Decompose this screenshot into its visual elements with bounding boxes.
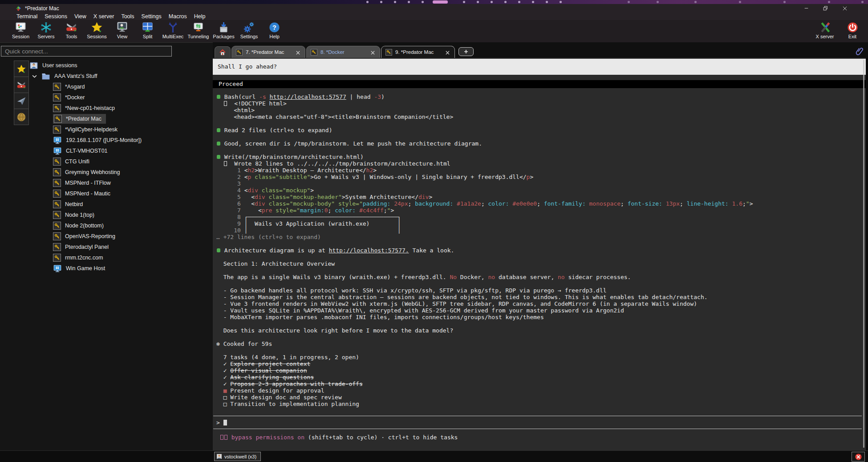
terminal-scrollbar[interactable] [863, 60, 864, 448]
permission-menu-selected-option[interactable]: Proceed [213, 80, 866, 88]
tree-session-new-cp01-heistacp[interactable]: *New-cp01-heistacp [0, 103, 213, 113]
toolbar-button-label: View [117, 34, 128, 39]
user-session-button[interactable]: vstockwell (x3) [214, 452, 261, 461]
tree-session-mspnerd-mautic[interactable]: MSPNerd - Mautic [0, 188, 213, 199]
terminal-line: 8 ┌─────────────────────────────────────… [216, 214, 862, 220]
close-session-button[interactable] [852, 452, 865, 462]
menu-item-help[interactable]: Help [191, 13, 209, 20]
tree-session-192-168-1-107-ups-monitor[interactable]: 192.168.1.107 ([UPS-Monitor]) [0, 135, 213, 146]
tree-session-node-2-bottom[interactable]: Node 2(bottom) [0, 220, 213, 231]
tree-session-ctg-unifi[interactable]: CTG Unifi [0, 156, 213, 167]
menu-item-sessions[interactable]: Sessions [41, 13, 71, 20]
key-icon [53, 126, 61, 134]
background-strip-dot [828, 1, 830, 3]
new-tab-button[interactable] [458, 47, 474, 56]
tab-8-docker[interactable]: 8. *Docker [306, 46, 380, 58]
tree-session-mspnerd-itflow[interactable]: MSPNerd - ITFlow [0, 178, 213, 188]
menu-item-terminal[interactable]: Terminal [13, 13, 41, 20]
split-icon [142, 21, 154, 33]
tree-session-greyming-webhosting[interactable]: Greyming Webhosting [0, 167, 213, 178]
servers-icon [40, 21, 52, 33]
minimize-button[interactable] [797, 4, 816, 12]
toolbar-button-label: Servers [38, 34, 55, 39]
toolbar-button-session[interactable]: Session [8, 20, 33, 41]
terminal-line: ✓ Offer visual companion [216, 367, 862, 374]
terminal-line: <!DOCTYPE html> [216, 100, 862, 107]
window-titlebar: *Predator Mac [0, 4, 868, 12]
toolbar-button-split[interactable]: Split [135, 20, 160, 41]
tree-session-win-game-host[interactable]: Win Game Host [0, 263, 213, 274]
quick-connect-input[interactable] [1, 46, 172, 57]
tree-session-openvas-reporting[interactable]: OpenVAS-Reporting [0, 231, 213, 242]
tree-session-netbird[interactable]: Netbird [0, 199, 213, 210]
background-strip-dot [694, 1, 697, 3]
menu-item-tools[interactable]: Tools [118, 13, 138, 20]
chevron-down-icon[interactable] [31, 73, 38, 80]
toolbar-button-label: Session [12, 34, 29, 39]
toolbar-button-tunneling[interactable]: Tunneling [186, 20, 211, 41]
tree-session-vigilcyber-helpdesk[interactable]: *VigilCyber-Helpdesk [0, 124, 213, 135]
tree-root-user-sessions[interactable]: User sessions [0, 60, 213, 71]
tree-session-node-1-top[interactable]: Node 1(top) [0, 210, 213, 220]
toolbar-button-packages[interactable]: Packages [211, 20, 236, 41]
tree-item-label: *Predator Mac [66, 116, 101, 122]
window-controls [797, 4, 855, 12]
terminal-pane[interactable]: Shall I go ahead? Proceed Bash(curl -s h… [213, 58, 866, 450]
toolbar-button-label: Packages [213, 34, 234, 39]
home-tab[interactable] [215, 46, 231, 58]
attachments-paperclip-icon[interactable] [856, 47, 864, 56]
mobaxterm-logo-icon [15, 5, 22, 12]
toolbar-button-x-server[interactable]: X server [811, 20, 839, 41]
toolbar-button-sessions[interactable]: Sessions [84, 20, 110, 41]
toolbar-button-exit[interactable]: Exit [839, 20, 866, 41]
close-button[interactable] [835, 4, 854, 12]
terminal-line [216, 347, 862, 354]
menu-item-macros[interactable]: Macros [165, 13, 191, 20]
background-strip-dot [657, 1, 659, 3]
terminal-line: 2 <p class="subtitle">Go + Wails v3 | Wi… [216, 174, 862, 180]
tab-9-predator-mac[interactable]: 9. *Predator Mac [381, 46, 455, 58]
status-bar: vstockwell (x3) [0, 450, 868, 462]
key-icon [53, 222, 61, 230]
terminal-line [216, 254, 862, 260]
key-icon [53, 83, 61, 91]
toolbar-button-label: X server [816, 34, 834, 39]
toolbar-button-view[interactable]: View [110, 20, 135, 41]
tree-session-asgard[interactable]: *Asgard [0, 81, 213, 92]
tab-7-predator-mac[interactable]: 7. *Predator Mac [231, 46, 305, 58]
tab-close-icon[interactable] [370, 49, 376, 55]
terminal-line: Write(/tmp/brainstorm/architecture.html) [216, 154, 862, 160]
tab-close-icon[interactable] [445, 49, 450, 55]
toolbar-button-servers[interactable]: Servers [33, 20, 59, 41]
key-icon [53, 200, 61, 208]
tree-session-pterodactyl-panel[interactable]: Pterodactyl Panel [0, 242, 213, 252]
toolbar-button-settings[interactable]: Settings [236, 20, 262, 41]
background-strip-dot [783, 1, 786, 3]
toolbar-button-label: Sessions [87, 34, 107, 39]
menu-item-x-server[interactable]: X server [90, 13, 118, 20]
terminal-line: <html> [216, 107, 862, 113]
background-strip-dot [861, 1, 864, 3]
tree-session-clt-vmhost01[interactable]: CLT-VMHOST01 [0, 146, 213, 156]
tree-session-docker[interactable]: *Docker [0, 92, 213, 103]
restore-button[interactable] [816, 4, 835, 12]
background-strip-dot [408, 1, 410, 3]
tab-close-icon[interactable] [295, 49, 301, 55]
terminal-line: Bash(curl -s http://localhost:57577 | he… [216, 93, 862, 100]
terminal-line: Section 1: Architecture Overview [216, 260, 862, 267]
toolbar-button-tools[interactable]: Tools [59, 20, 84, 41]
key-icon [236, 49, 243, 56]
tree-item-label: *Asgard [65, 84, 85, 90]
menu-item-settings[interactable]: Settings [138, 13, 165, 20]
missing-glyph-box [224, 161, 227, 166]
prompt-input-box[interactable]: > [213, 416, 862, 429]
toolbar-button-multiexec[interactable]: MultiExec [160, 20, 186, 41]
tree-group-aaa-vantz-s-stuff[interactable]: AAA Vantz's Stuff [0, 71, 213, 81]
background-strip-dot [560, 1, 562, 3]
toolbar-button-help[interactable]: ?Help [262, 20, 287, 41]
background-strip-dot [380, 1, 382, 3]
menu-item-view[interactable]: View [71, 13, 90, 20]
tree-session-predator-mac[interactable]: *Predator Mac [0, 113, 213, 124]
assistant-bullet-icon [217, 248, 220, 252]
tree-session-rmm-t2cnc-com[interactable]: rmm.t2cnc.com [0, 252, 213, 263]
